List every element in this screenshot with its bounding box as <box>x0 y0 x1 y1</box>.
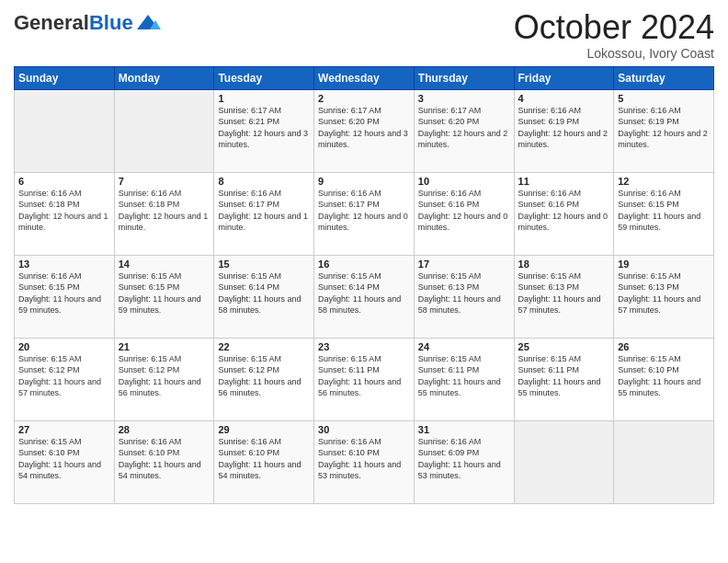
cell-info: Sunrise: 6:15 AMSunset: 6:14 PMDaylight:… <box>318 271 401 316</box>
cell-date: 3 <box>418 93 510 104</box>
cell-date: 10 <box>418 176 510 187</box>
cell-info: Sunrise: 6:15 AMSunset: 6:11 PMDaylight:… <box>318 354 401 398</box>
day-header-wednesday: Wednesday <box>314 66 415 89</box>
location: Lokossou, Ivory Coast <box>514 46 714 61</box>
cell-date: 17 <box>418 259 510 270</box>
cell-date: 14 <box>119 259 210 270</box>
cell-info: Sunrise: 6:15 AMSunset: 6:12 PMDaylight:… <box>18 354 101 398</box>
calendar-cell: 25 Sunrise: 6:15 AMSunset: 6:11 PMDaylig… <box>514 338 614 420</box>
calendar-cell: 18 Sunrise: 6:15 AMSunset: 6:13 PMDaylig… <box>514 255 614 338</box>
calendar-cell: 17 Sunrise: 6:15 AMSunset: 6:13 PMDaylig… <box>414 255 514 338</box>
logo: GeneralBlue <box>14 9 161 33</box>
calendar-cell: 23 Sunrise: 6:15 AMSunset: 6:11 PMDaylig… <box>314 338 415 420</box>
calendar-cell: 28 Sunrise: 6:16 AMSunset: 6:10 PMDaylig… <box>114 420 214 503</box>
header: GeneralBlue October 2024 Lokossou, Ivory… <box>14 9 714 61</box>
cell-info: Sunrise: 6:16 AMSunset: 6:19 PMDaylight:… <box>518 106 609 150</box>
calendar-cell <box>114 89 214 172</box>
cell-info: Sunrise: 6:15 AMSunset: 6:14 PMDaylight:… <box>218 271 301 316</box>
cell-date: 1 <box>218 93 310 104</box>
cell-info: Sunrise: 6:17 AMSunset: 6:20 PMDaylight:… <box>418 106 508 150</box>
calendar-cell: 13 Sunrise: 6:16 AMSunset: 6:15 PMDaylig… <box>15 255 115 338</box>
calendar-cell: 7 Sunrise: 6:16 AMSunset: 6:18 PMDayligh… <box>114 172 214 255</box>
calendar-cell: 8 Sunrise: 6:16 AMSunset: 6:17 PMDayligh… <box>214 172 314 255</box>
cell-date: 26 <box>618 341 710 352</box>
calendar-page: GeneralBlue October 2024 Lokossou, Ivory… <box>0 0 728 563</box>
day-header-thursday: Thursday <box>414 66 514 89</box>
calendar-cell: 12 Sunrise: 6:16 AMSunset: 6:15 PMDaylig… <box>614 172 714 255</box>
cell-info: Sunrise: 6:15 AMSunset: 6:13 PMDaylight:… <box>418 271 501 316</box>
calendar-cell: 20 Sunrise: 6:15 AMSunset: 6:12 PMDaylig… <box>15 338 115 420</box>
day-header-monday: Monday <box>114 66 214 89</box>
cell-info: Sunrise: 6:16 AMSunset: 6:10 PMDaylight:… <box>318 437 401 481</box>
cell-info: Sunrise: 6:15 AMSunset: 6:12 PMDaylight:… <box>218 354 301 398</box>
calendar-header-row: SundayMondayTuesdayWednesdayThursdayFrid… <box>15 66 714 89</box>
calendar-cell: 21 Sunrise: 6:15 AMSunset: 6:12 PMDaylig… <box>114 338 214 420</box>
cell-date: 24 <box>418 341 510 352</box>
calendar-cell <box>15 89 115 172</box>
cell-date: 28 <box>119 424 210 435</box>
calendar-cell: 24 Sunrise: 6:15 AMSunset: 6:11 PMDaylig… <box>414 338 514 420</box>
cell-date: 8 <box>218 176 310 187</box>
cell-info: Sunrise: 6:15 AMSunset: 6:10 PMDaylight:… <box>18 437 101 481</box>
cell-date: 2 <box>318 93 410 104</box>
cell-info: Sunrise: 6:15 AMSunset: 6:11 PMDaylight:… <box>518 354 601 398</box>
calendar-cell: 3 Sunrise: 6:17 AMSunset: 6:20 PMDayligh… <box>414 89 514 172</box>
cell-date: 9 <box>318 176 410 187</box>
cell-date: 12 <box>618 176 710 187</box>
calendar-cell: 1 Sunrise: 6:17 AMSunset: 6:21 PMDayligh… <box>214 89 314 172</box>
calendar-week-3: 13 Sunrise: 6:16 AMSunset: 6:15 PMDaylig… <box>15 255 714 338</box>
cell-date: 21 <box>119 341 210 352</box>
cell-date: 6 <box>18 176 110 187</box>
cell-info: Sunrise: 6:16 AMSunset: 6:18 PMDaylight:… <box>18 189 108 233</box>
cell-date: 31 <box>418 424 510 435</box>
cell-info: Sunrise: 6:16 AMSunset: 6:17 PMDaylight:… <box>218 189 308 233</box>
calendar-cell: 22 Sunrise: 6:15 AMSunset: 6:12 PMDaylig… <box>214 338 314 420</box>
cell-date: 22 <box>218 341 310 352</box>
cell-date: 30 <box>318 424 410 435</box>
calendar-cell: 6 Sunrise: 6:16 AMSunset: 6:18 PMDayligh… <box>15 172 115 255</box>
cell-date: 23 <box>318 341 410 352</box>
cell-date: 4 <box>518 93 610 104</box>
calendar-cell: 10 Sunrise: 6:16 AMSunset: 6:16 PMDaylig… <box>414 172 514 255</box>
cell-info: Sunrise: 6:15 AMSunset: 6:12 PMDaylight:… <box>119 354 201 398</box>
cell-info: Sunrise: 6:16 AMSunset: 6:19 PMDaylight:… <box>618 106 708 150</box>
cell-info: Sunrise: 6:17 AMSunset: 6:20 PMDaylight:… <box>318 106 408 150</box>
day-header-saturday: Saturday <box>614 66 714 89</box>
cell-info: Sunrise: 6:15 AMSunset: 6:11 PMDaylight:… <box>418 354 501 398</box>
cell-date: 27 <box>18 424 110 435</box>
cell-info: Sunrise: 6:15 AMSunset: 6:13 PMDaylight:… <box>618 271 700 316</box>
cell-date: 13 <box>18 259 110 270</box>
calendar-cell: 5 Sunrise: 6:16 AMSunset: 6:19 PMDayligh… <box>614 89 714 172</box>
cell-date: 11 <box>518 176 610 187</box>
month-title: October 2024 <box>514 9 714 46</box>
cell-info: Sunrise: 6:16 AMSunset: 6:10 PMDaylight:… <box>119 437 201 481</box>
logo-blue: Blue <box>89 11 133 34</box>
cell-info: Sunrise: 6:16 AMSunset: 6:17 PMDaylight:… <box>318 189 408 233</box>
calendar-cell: 29 Sunrise: 6:16 AMSunset: 6:10 PMDaylig… <box>214 420 314 503</box>
calendar-body: 1 Sunrise: 6:17 AMSunset: 6:21 PMDayligh… <box>15 89 714 503</box>
calendar-table: SundayMondayTuesdayWednesdayThursdayFrid… <box>14 66 714 504</box>
cell-date: 15 <box>218 259 310 270</box>
cell-date: 16 <box>318 259 410 270</box>
cell-info: Sunrise: 6:16 AMSunset: 6:10 PMDaylight:… <box>218 437 301 481</box>
cell-info: Sunrise: 6:15 AMSunset: 6:15 PMDaylight:… <box>119 271 201 316</box>
day-header-tuesday: Tuesday <box>214 66 314 89</box>
day-header-sunday: Sunday <box>15 66 115 89</box>
calendar-cell: 4 Sunrise: 6:16 AMSunset: 6:19 PMDayligh… <box>514 89 614 172</box>
cell-info: Sunrise: 6:17 AMSunset: 6:21 PMDaylight:… <box>218 106 308 150</box>
cell-date: 29 <box>218 424 310 435</box>
calendar-cell: 16 Sunrise: 6:15 AMSunset: 6:14 PMDaylig… <box>314 255 415 338</box>
cell-date: 7 <box>119 176 210 187</box>
calendar-week-4: 20 Sunrise: 6:15 AMSunset: 6:12 PMDaylig… <box>15 338 714 420</box>
logo-icon <box>135 13 161 33</box>
calendar-cell: 27 Sunrise: 6:15 AMSunset: 6:10 PMDaylig… <box>15 420 115 503</box>
cell-date: 5 <box>618 93 710 104</box>
cell-date: 25 <box>518 341 610 352</box>
calendar-cell: 26 Sunrise: 6:15 AMSunset: 6:10 PMDaylig… <box>614 338 714 420</box>
cell-info: Sunrise: 6:16 AMSunset: 6:09 PMDaylight:… <box>418 437 501 481</box>
logo-general: General <box>14 11 89 34</box>
cell-date: 19 <box>618 259 710 270</box>
calendar-week-2: 6 Sunrise: 6:16 AMSunset: 6:18 PMDayligh… <box>15 172 714 255</box>
cell-info: Sunrise: 6:15 AMSunset: 6:10 PMDaylight:… <box>618 354 700 398</box>
calendar-cell: 19 Sunrise: 6:15 AMSunset: 6:13 PMDaylig… <box>614 255 714 338</box>
